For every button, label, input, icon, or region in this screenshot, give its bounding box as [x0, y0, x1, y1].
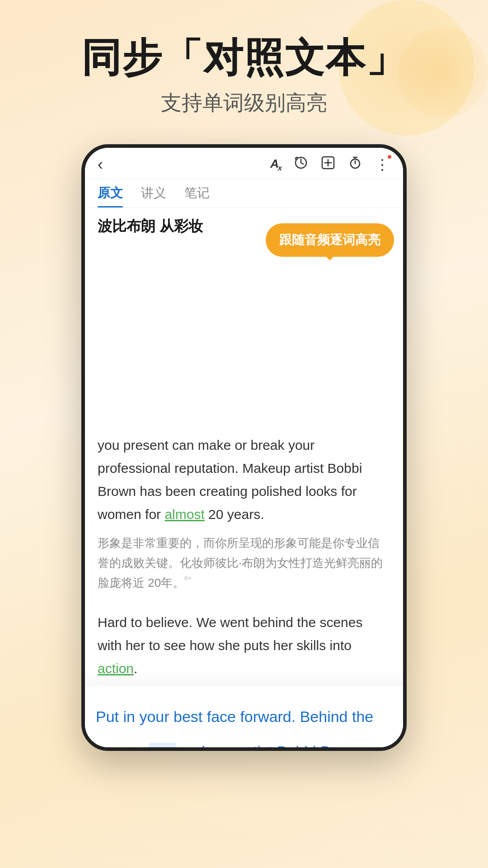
phone-content: 波比布朗 从彩妆 跟随音频逐词高亮 — [85, 208, 403, 298]
tab-jiangyi[interactable]: 讲义 — [141, 184, 166, 207]
expand-plus-icon-2[interactable]: ⁰⁺ — [184, 576, 192, 585]
toolbar-icons: Ax — [270, 156, 390, 173]
bg-decoration-2 — [398, 27, 488, 118]
more-icon[interactable]: ⋮ — [375, 156, 390, 173]
word-almost[interactable]: almost — [164, 507, 204, 522]
history-icon[interactable] — [294, 156, 308, 173]
title-section: 同步「对照文本」 支持单词级别高亮 — [81, 36, 407, 117]
tab-yuanwen[interactable]: 原文 — [98, 184, 123, 207]
word-was[interactable]: was — [149, 743, 176, 751]
phone-area: ‹ Ax — [72, 144, 416, 751]
word-makeup-artist[interactable]: makeup artist — [180, 743, 272, 751]
back-button[interactable]: ‹ — [98, 155, 103, 174]
card-english-line1: Put in your best face forward. Behind th… — [96, 704, 407, 729]
timer-icon[interactable] — [348, 156, 362, 173]
main-title: 同步「对照文本」 — [81, 36, 407, 80]
para-divider — [98, 604, 390, 611]
para1-chinese: 形象是非常重要的，而你所呈现的形象可能是你专业信誉的成败关键。化妆师彼比·布朗为… — [98, 533, 390, 593]
phone-mockup: ‹ Ax — [81, 144, 407, 751]
translate-icon[interactable]: Ax — [270, 157, 281, 172]
para1-english: you present can make or break your profe… — [98, 434, 390, 526]
tooltip-bubble: 跟随音频逐词高亮 — [266, 223, 394, 257]
phone-toolbar: ‹ Ax — [85, 148, 403, 179]
text-scenes-was: scenes — [96, 743, 149, 751]
floating-card: Put in your best face forward. Behind th… — [81, 686, 407, 750]
word-action[interactable]: action — [98, 661, 134, 676]
add-icon[interactable] — [321, 156, 335, 173]
page-container: 同步「对照文本」 支持单词级别高亮 ‹ Ax — [0, 0, 488, 868]
tab-biji[interactable]: 笔记 — [184, 184, 210, 207]
phone-tabs: 原文 讲义 笔记 — [85, 179, 403, 208]
para2-english: Hard to believe. We went behind the scen… — [98, 611, 390, 680]
sub-title: 支持单词级别高亮 — [81, 89, 407, 117]
card-english-line2: scenes was makeup artist Bobbi Brown. — [96, 739, 407, 751]
